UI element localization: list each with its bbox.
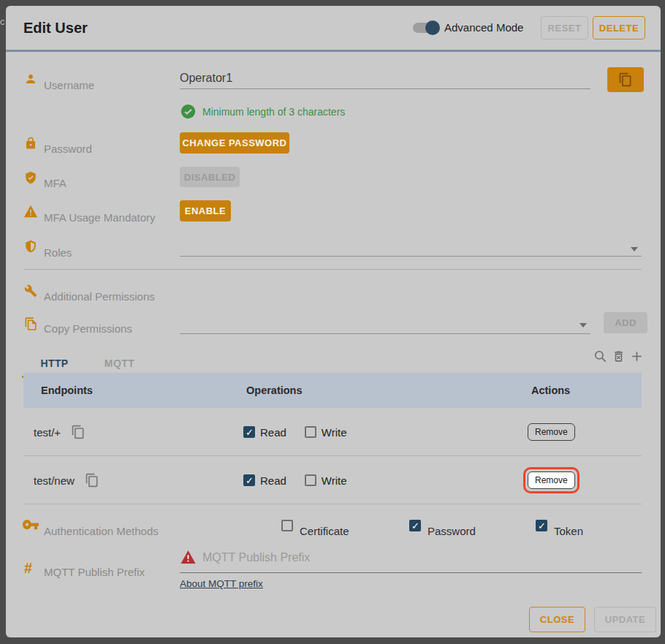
advanced-mode-label: Advanced Mode (444, 21, 523, 34)
hash-icon: # (24, 560, 32, 577)
certificate-checkbox[interactable] (281, 520, 293, 531)
roles-label: Roles (44, 246, 72, 259)
token-label: Token (554, 525, 583, 537)
col-actions: Actions (531, 373, 570, 408)
person-icon (24, 72, 37, 86)
token-checkbox[interactable] (536, 520, 547, 531)
copy-permissions-select[interactable] (180, 319, 590, 333)
page-title: Edit User (23, 6, 88, 50)
mfa-enable-button[interactable]: ENABLE (180, 200, 231, 221)
dialog-header: Edit User Advanced Mode RESET DELETE (6, 6, 661, 50)
background-text-fragment: c (0, 16, 5, 27)
search-icon[interactable] (593, 349, 607, 363)
about-mqtt-prefix-link[interactable]: About MQTT prefix (180, 578, 263, 589)
change-password-button[interactable]: CHANGE PASSWORD (180, 132, 289, 154)
read-checkbox[interactable] (243, 426, 255, 438)
additional-permissions-label: Additional Permissions (44, 290, 155, 303)
tab-http[interactable]: HTTP (22, 350, 87, 376)
username-hint: Minimum length of 3 characters (202, 106, 345, 118)
permissions-table: Endpoints Operations Actions test/+ Read… (23, 373, 642, 504)
copy-file-icon (24, 317, 38, 331)
copy-icon (618, 72, 633, 87)
reset-button[interactable]: RESET (541, 16, 588, 39)
check-circle-icon (180, 104, 196, 119)
section-divider (23, 269, 642, 270)
shield-half-icon (24, 240, 37, 253)
col-endpoints: Endpoints (41, 373, 93, 408)
mfa-mandatory-label: MFA Usage Mandatory (44, 211, 156, 224)
password-checkbox[interactable] (409, 520, 421, 531)
key-icon (22, 520, 39, 530)
mqtt-prefix-input[interactable]: MQTT Publish Prefix (202, 551, 310, 564)
remove-button[interactable]: Remove (528, 471, 575, 489)
col-operations: Operations (246, 373, 303, 408)
endpoint-value: test/new (34, 474, 75, 487)
delete-all-icon[interactable] (612, 349, 626, 363)
lock-icon (24, 137, 37, 150)
close-button[interactable]: CLOSE (529, 607, 585, 632)
add-icon[interactable] (630, 349, 644, 363)
tab-mqtt[interactable]: MQTT (87, 350, 152, 376)
write-checkbox[interactable] (305, 426, 316, 438)
table-row: test/new Read Write Remove (23, 456, 642, 504)
copy-username-button[interactable] (607, 67, 644, 92)
username-input[interactable]: Operator1 (180, 72, 232, 85)
add-permission-button: ADD (604, 312, 647, 333)
password-method-label: Password (428, 525, 476, 537)
username-underline (180, 88, 590, 89)
highlight-annotation: Remove (523, 467, 580, 493)
write-label: Write (322, 474, 347, 487)
tab-mqtt-label: MQTT (104, 357, 134, 369)
certificate-label: Certificate (300, 525, 349, 537)
write-label: Write (322, 426, 347, 439)
endpoint-value: test/+ (34, 426, 61, 439)
read-label: Read (260, 474, 286, 487)
mqtt-prefix-label: MQTT Publish Prefix (44, 566, 145, 578)
mfa-disabled-button: DISABLED (180, 167, 240, 187)
table-header: Endpoints Operations Actions (23, 373, 642, 408)
shield-check-icon (24, 171, 37, 184)
roles-underline (180, 256, 642, 257)
chevron-down-icon[interactable] (580, 323, 587, 327)
read-checkbox[interactable] (243, 474, 255, 486)
table-row: test/+ Read Write Remove (23, 408, 642, 456)
error-warning-icon (180, 550, 197, 564)
auth-methods-label: Authentication Methods (44, 525, 159, 537)
delete-button[interactable]: DELETE (593, 16, 645, 39)
wrench-icon (24, 284, 37, 298)
mfa-label: MFA (44, 177, 66, 189)
copy-permissions-label: Copy Permissions (44, 322, 132, 335)
chevron-down-icon[interactable] (631, 247, 638, 251)
mqtt-prefix-underline (180, 572, 642, 573)
remove-button[interactable]: Remove (528, 423, 575, 441)
copy-icon[interactable] (71, 425, 86, 439)
copy-permissions-underline (180, 333, 590, 334)
header-divider (6, 50, 661, 52)
write-checkbox[interactable] (305, 474, 316, 486)
update-button: UPDATE (594, 607, 656, 632)
edit-user-dialog: Edit User Advanced Mode RESET DELETE Use… (6, 6, 661, 637)
roles-select[interactable] (180, 241, 642, 256)
read-label: Read (260, 426, 286, 439)
password-label: Password (44, 143, 92, 155)
copy-icon[interactable] (85, 473, 99, 488)
username-label: Username (44, 79, 94, 91)
advanced-mode-toggle[interactable] (413, 23, 438, 33)
toggle-knob (425, 20, 440, 35)
warning-icon (23, 205, 38, 218)
tab-http-label: HTTP (40, 357, 68, 369)
